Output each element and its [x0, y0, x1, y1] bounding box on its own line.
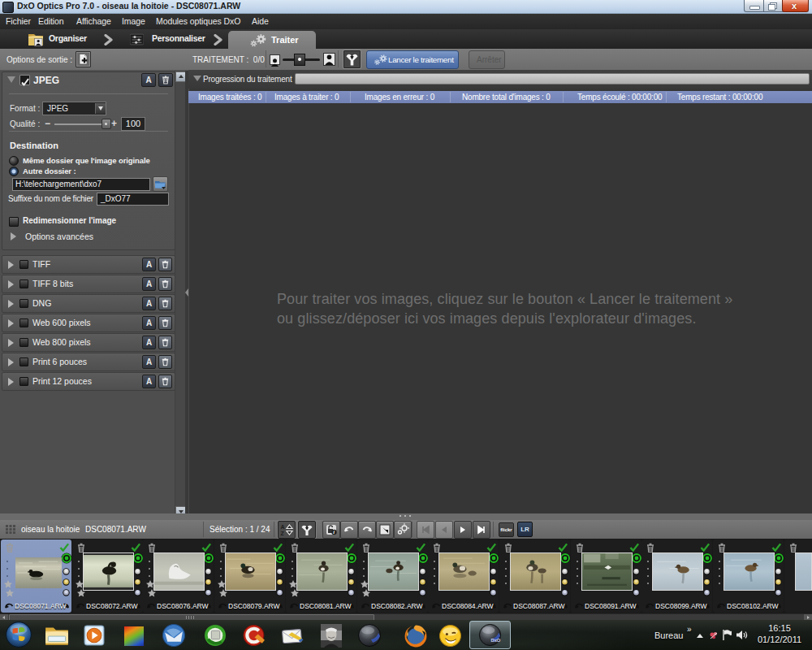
- svg-text:A: A: [281, 524, 285, 530]
- svg-text:DxO: DxO: [490, 638, 500, 643]
- svg-text:i: i: [333, 529, 335, 535]
- svg-text:Z: Z: [281, 531, 285, 536]
